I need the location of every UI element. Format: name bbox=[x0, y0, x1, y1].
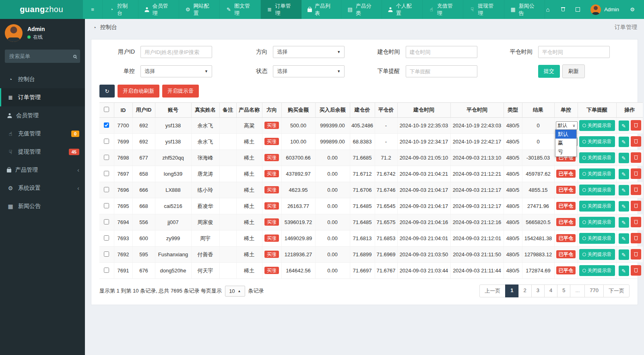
page-button-1[interactable]: 1 bbox=[505, 284, 518, 297]
edit-button[interactable]: ✎ bbox=[619, 217, 629, 228]
dropdown-option[interactable]: 赢 bbox=[555, 139, 576, 147]
sidebar-item-recharge[interactable]: ☝充值管理0 bbox=[0, 125, 85, 143]
row-checkbox[interactable] bbox=[104, 187, 109, 192]
page-button-5[interactable]: 5 bbox=[557, 284, 570, 297]
status-select[interactable]: 选择▼ bbox=[273, 65, 345, 77]
page-button-3[interactable]: 3 bbox=[531, 284, 545, 297]
edit-button[interactable]: ✎ bbox=[619, 120, 629, 131]
dropdown-option[interactable]: 默认 bbox=[555, 130, 576, 139]
sidebar-item-settings[interactable]: ⚙系统设置‹ bbox=[0, 179, 85, 197]
edit-button[interactable]: ✎ bbox=[619, 153, 629, 163]
clear-button[interactable] bbox=[561, 7, 565, 12]
nav-item-news[interactable]: ▦新闻公告 bbox=[504, 0, 545, 19]
delete-button[interactable] bbox=[631, 217, 641, 227]
nav-item-label: 会员管理 bbox=[153, 2, 173, 17]
row-checkbox[interactable] bbox=[104, 171, 109, 176]
mute-sound-button[interactable]: 关闭提示音 bbox=[579, 233, 615, 244]
row-checkbox[interactable] bbox=[104, 139, 109, 144]
brand-logo[interactable]: guangzhou bbox=[0, 0, 83, 19]
edit-button[interactable]: ✎ bbox=[619, 233, 629, 244]
nav-item-product-list[interactable]: 产品列表 bbox=[301, 0, 341, 19]
close-time-input[interactable] bbox=[538, 46, 610, 58]
home-button[interactable]: ⌂ bbox=[545, 6, 551, 13]
edit-button[interactable]: ✎ bbox=[619, 249, 629, 260]
nav-item-withdraw[interactable]: ☟提现管理 bbox=[463, 0, 504, 19]
row-checkbox[interactable] bbox=[104, 203, 109, 208]
refresh-button[interactable]: 刷新 bbox=[562, 64, 585, 78]
dropdown-option[interactable]: 亏 bbox=[555, 147, 576, 156]
auto-refresh-button[interactable]: 开启自动刷新 bbox=[118, 85, 159, 98]
page-button-2[interactable]: 2 bbox=[518, 284, 532, 297]
remind-input[interactable] bbox=[406, 65, 477, 77]
delete-button[interactable] bbox=[631, 233, 641, 243]
sidebar-item-members[interactable]: 会员管理 bbox=[0, 106, 85, 125]
sidebar-search-button[interactable] bbox=[73, 53, 76, 59]
control-select[interactable]: 选择▼ bbox=[140, 65, 212, 77]
nav-item-dashboard[interactable]: ◔控制台 bbox=[103, 0, 138, 19]
row-checkbox[interactable] bbox=[104, 251, 109, 257]
settings-button[interactable]: ⚙ bbox=[630, 6, 635, 12]
sidebar-search-input[interactable] bbox=[5, 50, 80, 63]
list-icon: ≣ bbox=[267, 6, 272, 12]
row-checkbox[interactable] bbox=[104, 155, 109, 160]
edit-button[interactable]: ✎ bbox=[619, 201, 629, 212]
mute-sound-button[interactable]: 关闭提示音 bbox=[579, 136, 615, 147]
direction-select[interactable]: 选择▼ bbox=[273, 46, 345, 58]
mute-sound-button[interactable]: 关闭提示音 bbox=[579, 265, 615, 276]
row-control-select[interactable]: 默认∨ bbox=[556, 121, 578, 130]
sidebar-item-dashboard[interactable]: ◔控制台 bbox=[0, 70, 85, 88]
mute-sound-button[interactable]: 关闭提示音 bbox=[579, 152, 615, 163]
delete-button[interactable] bbox=[631, 168, 641, 179]
cell-select bbox=[99, 118, 114, 134]
page-size-select[interactable]: 10▲ bbox=[225, 286, 245, 297]
delete-button[interactable] bbox=[631, 120, 641, 131]
mute-sound-button[interactable]: 关闭提示音 bbox=[579, 185, 615, 195]
submit-button[interactable]: 提交 bbox=[538, 65, 560, 78]
nav-item-site-config[interactable]: ⚙网站配置 bbox=[179, 0, 220, 19]
user-menu[interactable]: Admin bbox=[590, 4, 619, 15]
page-button-4[interactable]: 4 bbox=[544, 284, 557, 297]
nav-item-orders[interactable]: ≣订单管理 bbox=[261, 0, 301, 19]
row-checkbox[interactable] bbox=[104, 268, 109, 273]
nav-item-profile[interactable]: 个人配置 bbox=[382, 0, 423, 19]
edit-button[interactable]: ✎ bbox=[619, 137, 629, 147]
mute-sound-button[interactable]: 关闭提示音 bbox=[579, 201, 615, 212]
mute-sound-button[interactable]: 关闭提示音 bbox=[579, 249, 615, 260]
cell-balance_after: 999899.00 bbox=[315, 134, 350, 150]
nav-item-product-cats[interactable]: ▤产品分类 bbox=[341, 0, 382, 19]
select-all-checkbox[interactable] bbox=[104, 107, 109, 112]
edit-button[interactable]: ✎ bbox=[619, 266, 629, 276]
row-checkbox[interactable] bbox=[104, 219, 109, 224]
nav-item-media[interactable]: ✎图文管理 bbox=[220, 0, 260, 19]
edit-button[interactable]: ✎ bbox=[619, 169, 629, 179]
nav-item-recharge[interactable]: ☝充值管理 bbox=[423, 0, 463, 19]
mute-sound-button[interactable]: 关闭提示音 bbox=[579, 217, 615, 228]
reload-button[interactable]: ↻ bbox=[99, 85, 115, 98]
sidebar-item-products[interactable]: 产品管理‹ bbox=[0, 161, 85, 179]
delete-button[interactable] bbox=[631, 265, 641, 276]
nav-item-members[interactable]: 会员管理 bbox=[138, 0, 179, 19]
sidebar-toggle-button[interactable]: ≡ bbox=[83, 0, 103, 19]
delete-button[interactable] bbox=[631, 136, 641, 147]
page-button-770[interactable]: 770 bbox=[584, 284, 604, 297]
sound-on-button[interactable]: 开启提示音 bbox=[162, 85, 199, 98]
delete-button[interactable] bbox=[631, 249, 641, 260]
user-id-input[interactable] bbox=[140, 46, 212, 58]
mute-sound-button[interactable]: 关闭提示音 bbox=[579, 120, 615, 131]
cell-user_id: 595 bbox=[132, 247, 155, 263]
sidebar-item-orders[interactable]: ≣订单管理 bbox=[0, 88, 85, 106]
open-time-input[interactable] bbox=[406, 46, 477, 58]
fullscreen-button[interactable] bbox=[576, 7, 580, 12]
row-checkbox[interactable] bbox=[104, 122, 109, 128]
next-page-button[interactable]: 下一页 bbox=[603, 284, 630, 297]
sidebar-item-withdraw[interactable]: ☟提现管理45 bbox=[0, 143, 85, 161]
prev-page-button[interactable]: 上一页 bbox=[479, 284, 506, 297]
sidebar-item-news[interactable]: ▦新闻公告 bbox=[0, 197, 85, 215]
row-checkbox[interactable] bbox=[104, 235, 109, 241]
cell-open_price: 71.6485 bbox=[350, 198, 375, 214]
edit-button[interactable]: ✎ bbox=[619, 185, 629, 195]
delete-button[interactable] bbox=[631, 201, 641, 211]
delete-button[interactable] bbox=[631, 185, 641, 195]
delete-button[interactable] bbox=[631, 152, 641, 163]
mute-sound-button[interactable]: 关闭提示音 bbox=[579, 168, 615, 179]
